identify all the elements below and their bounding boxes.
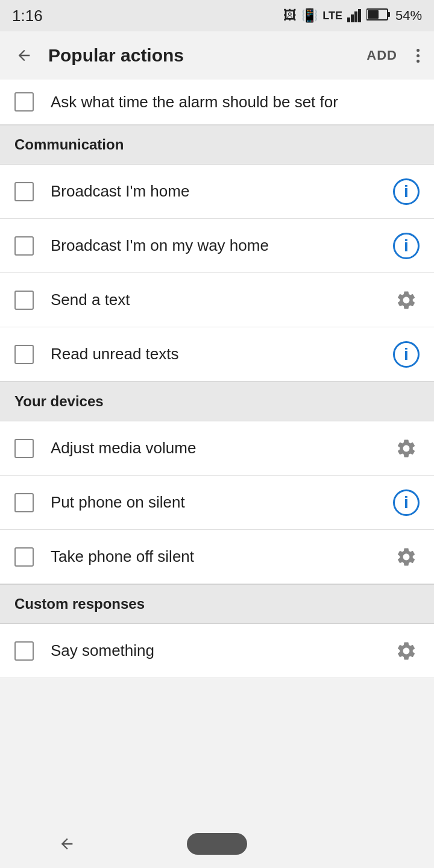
item-label-take-off-silent: Take phone off silent xyxy=(51,547,393,566)
list-item[interactable]: Take phone off silent xyxy=(0,530,434,584)
list-item[interactable]: Adjust media volume xyxy=(0,421,434,476)
list-item[interactable]: Broadcast I'm on my way home i xyxy=(0,219,434,273)
system-home-button[interactable] xyxy=(187,833,247,855)
info-icon-read-texts[interactable]: i xyxy=(393,341,420,368)
list-item[interactable]: Put phone on silent i xyxy=(0,476,434,530)
gear-icon-say-something[interactable] xyxy=(393,638,420,664)
status-bar: 1:16 🖼 📳 LTE 54% xyxy=(0,0,434,31)
checkbox-ask-alarm[interactable] xyxy=(14,92,34,112)
section-header-your-devices: Your devices xyxy=(0,382,434,421)
svg-rect-1 xyxy=(351,14,354,22)
info-icon-broadcast-home[interactable]: i xyxy=(393,178,420,205)
item-label-send-text: Send a text xyxy=(51,291,393,309)
app-bar: Popular actions ADD xyxy=(0,31,434,80)
checkbox-broadcast-home[interactable] xyxy=(14,182,34,201)
item-label-broadcast-way: Broadcast I'm on my way home xyxy=(51,236,393,255)
item-label-read-texts: Read unread texts xyxy=(51,345,393,363)
svg-rect-3 xyxy=(358,9,361,22)
checkbox-adjust-volume[interactable] xyxy=(14,439,34,458)
gear-icon-send-text[interactable] xyxy=(393,287,420,313)
status-icons: 🖼 📳 LTE 54% xyxy=(283,8,422,24)
item-label-put-silent: Put phone on silent xyxy=(51,493,393,512)
info-icon-put-silent[interactable]: i xyxy=(393,489,420,516)
section-header-custom-responses: Custom responses xyxy=(0,584,434,624)
page-title: Popular actions xyxy=(48,45,352,66)
section-header-communication: Communication xyxy=(0,125,434,165)
signal-icon xyxy=(347,9,362,22)
checkbox-take-off-silent[interactable] xyxy=(14,547,34,567)
list-item[interactable]: Read unread texts i xyxy=(0,327,434,382)
item-label-say-something: Say something xyxy=(51,641,393,660)
battery-percent: 54% xyxy=(395,8,422,24)
gear-icon-adjust-volume[interactable] xyxy=(393,435,420,462)
lte-icon: LTE xyxy=(322,10,342,22)
back-button[interactable] xyxy=(10,41,39,70)
list-item[interactable]: Send a text xyxy=(0,273,434,327)
battery-indicator xyxy=(366,8,391,24)
list-item[interactable]: Broadcast I'm home i xyxy=(0,165,434,219)
checkbox-put-silent[interactable] xyxy=(14,493,34,512)
system-back-button[interactable] xyxy=(52,829,81,858)
vibrate-icon: 📳 xyxy=(301,8,318,24)
list-item[interactable]: Say something xyxy=(0,624,434,678)
checkbox-broadcast-way[interactable] xyxy=(14,236,34,256)
info-icon-broadcast-way[interactable]: i xyxy=(393,233,420,259)
checkbox-say-something[interactable] xyxy=(14,641,34,661)
svg-rect-5 xyxy=(388,12,390,17)
item-label-adjust-volume: Adjust media volume xyxy=(51,439,393,458)
svg-rect-0 xyxy=(347,17,350,22)
checkbox-read-texts[interactable] xyxy=(14,345,34,364)
more-button[interactable] xyxy=(412,41,424,70)
svg-rect-6 xyxy=(368,10,379,19)
bottom-nav xyxy=(0,820,434,868)
item-label-broadcast-home: Broadcast I'm home xyxy=(51,182,393,201)
notification-icon: 🖼 xyxy=(283,8,297,24)
list-item[interactable]: Ask what time the alarm should be set fo… xyxy=(0,80,434,125)
status-time: 1:16 xyxy=(12,7,43,25)
checkbox-send-text[interactable] xyxy=(14,291,34,310)
item-label-ask-alarm: Ask what time the alarm should be set fo… xyxy=(51,93,420,112)
gear-icon-take-off-silent[interactable] xyxy=(393,544,420,570)
add-button[interactable]: ADD xyxy=(362,43,402,68)
svg-rect-2 xyxy=(354,11,357,22)
